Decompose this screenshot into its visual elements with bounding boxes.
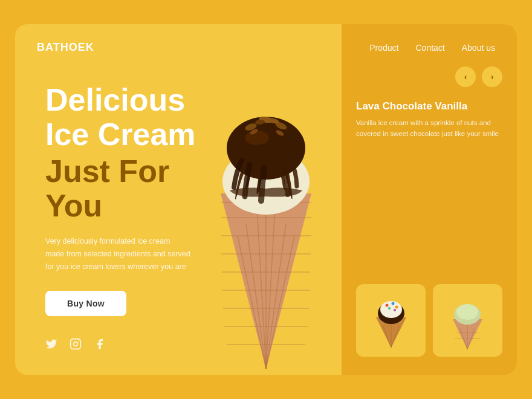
svg-point-9 (385, 304, 388, 307)
facebook-icon[interactable] (94, 338, 106, 353)
nav-links: Product Contact About us (369, 43, 495, 53)
svg-point-2 (78, 341, 79, 342)
main-ice-cream (196, 48, 336, 375)
svg-point-1 (74, 342, 78, 346)
svg-point-41 (245, 131, 269, 145)
next-button[interactable]: › (482, 66, 502, 87)
right-panel: ‹ › Lava Chocolate Vanilla Vanilla ice c… (342, 24, 517, 375)
thumbnail-2[interactable] (433, 284, 502, 357)
thumbnail-1[interactable] (356, 284, 426, 357)
nav-arrows: ‹ › (356, 66, 502, 87)
instagram-icon[interactable] (70, 338, 82, 353)
svg-point-21 (456, 304, 478, 320)
headline-accent: Just For You (45, 154, 217, 223)
nav-product[interactable]: Product (369, 43, 398, 53)
twitter-icon[interactable] (45, 338, 57, 353)
product-description: Vanilla ice cream with a sprinkle of nut… (356, 117, 502, 140)
nav-contact[interactable]: Contact (415, 43, 444, 53)
nav-about[interactable]: About us (462, 43, 495, 53)
svg-point-11 (395, 306, 398, 309)
social-icons (45, 338, 106, 353)
product-title: Lava Chocolate Vanilla (356, 100, 502, 112)
headline-line1: Delicious Ice Cream (45, 83, 217, 152)
main-card: BATHOEK Product Contact About us Delicio… (15, 24, 517, 375)
buy-now-button[interactable]: Buy Now (45, 291, 126, 316)
hero-description: Very deliciously formulated ice cream ma… (45, 235, 190, 273)
svg-point-12 (388, 307, 391, 310)
logo: BATHOEK (37, 41, 94, 54)
svg-point-10 (391, 302, 394, 305)
svg-rect-0 (71, 339, 81, 349)
prev-button[interactable]: ‹ (455, 66, 476, 87)
product-thumbnails (356, 284, 502, 357)
svg-point-8 (380, 301, 402, 318)
navbar: BATHOEK Product Contact About us (15, 24, 517, 54)
svg-point-13 (394, 309, 396, 311)
